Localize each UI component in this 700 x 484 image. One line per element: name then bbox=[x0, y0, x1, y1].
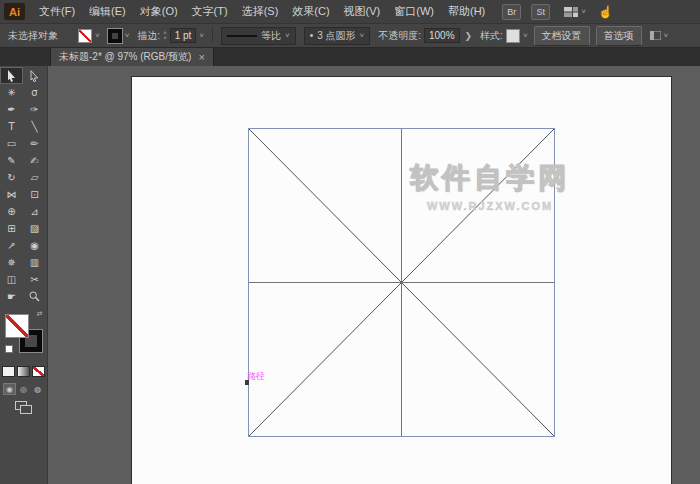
square-with-diagonals[interactable] bbox=[248, 128, 556, 442]
chevron-down-icon[interactable]: ˅ bbox=[125, 32, 130, 40]
type-icon: T bbox=[8, 121, 14, 132]
perspective-grid-tool[interactable]: ⊿ bbox=[23, 203, 46, 220]
square-drawing bbox=[248, 128, 556, 438]
rectangle-tool[interactable]: ▭ bbox=[0, 135, 23, 152]
anchor-cursor-mark bbox=[245, 380, 249, 385]
mesh-icon: ⊞ bbox=[7, 223, 15, 234]
brush-dropdown[interactable]: • 3 点圆形 ˅ bbox=[304, 27, 371, 45]
hand-tool[interactable]: ☛ bbox=[0, 288, 23, 305]
menu-object[interactable]: 对象(O) bbox=[133, 4, 185, 19]
graph-tool[interactable]: ▥ bbox=[23, 254, 46, 271]
stroke-weight-stepper[interactable]: ˄ ˅ bbox=[163, 31, 167, 41]
screen-mode-button[interactable] bbox=[0, 401, 47, 414]
scale-tool[interactable]: ▱ bbox=[23, 169, 46, 186]
slice-icon: ✂ bbox=[30, 274, 38, 285]
menu-window[interactable]: 窗口(W) bbox=[387, 4, 441, 19]
blend-icon: ◉ bbox=[30, 240, 39, 251]
direct-selection-tool[interactable] bbox=[23, 67, 46, 84]
curvature-tool[interactable]: ✑ bbox=[23, 101, 46, 118]
chevron-down-icon[interactable]: ˅ bbox=[199, 32, 204, 40]
chevron-down-icon[interactable]: ˅ bbox=[664, 32, 669, 40]
blend-tool[interactable]: ◉ bbox=[23, 237, 46, 254]
menu-edit[interactable]: 编辑(E) bbox=[82, 4, 133, 19]
fill-none-swatch[interactable] bbox=[78, 29, 92, 43]
menu-view[interactable]: 视图(V) bbox=[337, 4, 388, 19]
color-mode-buttons bbox=[0, 366, 47, 377]
none-button[interactable] bbox=[32, 366, 45, 377]
document-setup-button[interactable]: 文档设置 bbox=[534, 26, 590, 46]
chevron-right-icon[interactable]: ❯ bbox=[465, 31, 473, 41]
mesh-tool[interactable]: ⊞ bbox=[0, 220, 23, 237]
free-transform-tool[interactable]: ⊡ bbox=[23, 186, 46, 203]
type-tool[interactable]: T bbox=[0, 118, 23, 135]
stroke-color-swatch[interactable] bbox=[108, 29, 122, 43]
tool-grid: ✳ σ ✒ ✑ T ╲ ▭ ✏ ✎ ✍ ↻ ▱ ⋈ ⊡ ⊕ ⊿ ⊞ ▨ ⊸ ◉ … bbox=[0, 66, 47, 305]
magic-wand-tool[interactable]: ✳ bbox=[0, 84, 23, 101]
gradient-icon: ▨ bbox=[30, 223, 39, 234]
preferences-button[interactable]: 首选项 bbox=[596, 26, 642, 46]
screen-mode-icon bbox=[15, 401, 32, 414]
curvature-icon: ✑ bbox=[30, 104, 38, 115]
menu-effect[interactable]: 效果(C) bbox=[285, 4, 336, 19]
fill-stroke-proxy[interactable]: ⇄ bbox=[4, 310, 44, 354]
color-button[interactable] bbox=[2, 366, 15, 377]
stepper-down-icon[interactable]: ˅ bbox=[163, 36, 167, 41]
width-tool[interactable]: ⋈ bbox=[0, 186, 23, 203]
paintbrush-tool[interactable]: ✏ bbox=[23, 135, 46, 152]
chevron-down-icon[interactable]: ˅ bbox=[285, 32, 290, 40]
width-profile-dropdown[interactable]: 等比 ˅ bbox=[221, 27, 296, 45]
selection-tool[interactable] bbox=[0, 67, 23, 84]
zoom-icon bbox=[29, 291, 40, 302]
pen-tool[interactable]: ✒ bbox=[0, 101, 23, 118]
rotate-tool[interactable]: ↻ bbox=[0, 169, 23, 186]
artboard[interactable]: 软件自学网 WWW.RJZXW.COM 路径 bbox=[131, 76, 672, 484]
chevron-down-icon[interactable]: ˅ bbox=[360, 32, 365, 40]
draw-inside-button[interactable]: ◍ bbox=[31, 383, 44, 395]
canvas-area[interactable]: 软件自学网 WWW.RJZXW.COM 路径 bbox=[48, 66, 700, 484]
menu-file[interactable]: 文件(F) bbox=[32, 4, 82, 19]
style-group: 样式: ˅ bbox=[480, 29, 527, 43]
brush-dot-icon: • bbox=[310, 30, 314, 41]
stroke-color-control[interactable]: ˅ bbox=[108, 29, 130, 43]
slice-tool[interactable]: ✂ bbox=[23, 271, 46, 288]
draw-normal-button[interactable]: ◉ bbox=[3, 383, 16, 395]
menu-select[interactable]: 选择(S) bbox=[235, 4, 286, 19]
document-tab[interactable]: 未标题-2* @ 97% (RGB/预览) × bbox=[50, 48, 214, 66]
panel-menu-icon bbox=[650, 31, 661, 40]
bridge-button[interactable]: Br bbox=[502, 4, 521, 20]
draw-behind-button[interactable]: ◎ bbox=[17, 383, 30, 395]
chevron-down-icon[interactable]: ˅ bbox=[523, 32, 528, 40]
zoom-tool[interactable] bbox=[23, 288, 46, 305]
swap-fill-stroke-icon[interactable]: ⇄ bbox=[37, 310, 43, 318]
blob-brush-tool[interactable]: ✍ bbox=[23, 152, 46, 169]
touch-workspace-icon[interactable]: ☝ bbox=[598, 5, 613, 19]
stroke-weight-input[interactable]: 1 pt bbox=[170, 28, 197, 43]
opacity-input[interactable]: 100% bbox=[424, 28, 460, 43]
fill-color-control[interactable]: ˅ bbox=[78, 29, 100, 43]
style-swatch[interactable] bbox=[506, 29, 520, 43]
paintbrush-icon: ✏ bbox=[30, 138, 38, 149]
close-icon[interactable]: × bbox=[198, 52, 204, 63]
gradient-tool[interactable]: ▨ bbox=[23, 220, 46, 237]
eyedropper-tool[interactable]: ⊸ bbox=[0, 237, 23, 254]
lasso-tool[interactable]: σ bbox=[23, 84, 46, 101]
artboard-tool[interactable]: ◫ bbox=[0, 271, 23, 288]
control-panel-menu[interactable]: ˅ bbox=[650, 31, 669, 40]
app-logo-icon: Ai bbox=[4, 3, 25, 20]
chevron-down-icon[interactable]: ˅ bbox=[95, 32, 100, 40]
default-fill-stroke-icon[interactable] bbox=[5, 345, 13, 353]
stroke-profile-preview bbox=[227, 35, 257, 37]
gradient-button[interactable] bbox=[17, 366, 30, 377]
scale-icon: ▱ bbox=[31, 172, 39, 183]
pencil-tool[interactable]: ✎ bbox=[0, 152, 23, 169]
line-segment-icon: ╲ bbox=[31, 121, 37, 132]
menu-help[interactable]: 帮助(H) bbox=[441, 4, 492, 19]
fill-proxy-none[interactable] bbox=[5, 314, 29, 338]
stock-button[interactable]: St bbox=[531, 4, 550, 20]
line-segment-tool[interactable]: ╲ bbox=[23, 118, 46, 135]
symbol-sprayer-tool[interactable]: ✵ bbox=[0, 254, 23, 271]
workspace-switcher[interactable]: ˅ bbox=[564, 7, 586, 17]
menu-type[interactable]: 文字(T) bbox=[185, 4, 235, 19]
shape-builder-tool[interactable]: ⊕ bbox=[0, 203, 23, 220]
stroke-weight-group: 描边: ˄ ˅ 1 pt ˅ bbox=[137, 28, 204, 43]
